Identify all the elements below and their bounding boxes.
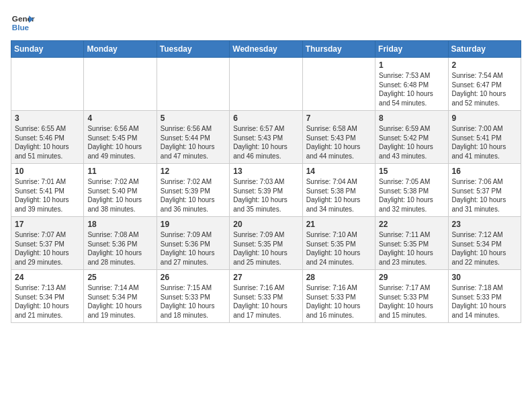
- calendar-cell: 15Sunrise: 7:05 AM Sunset: 5:38 PM Dayli…: [375, 164, 448, 217]
- day-number: 13: [233, 167, 298, 176]
- day-number: 27: [233, 273, 298, 282]
- day-info: Sunrise: 6:59 AM Sunset: 5:42 PM Dayligh…: [379, 124, 444, 161]
- calendar-cell: 11Sunrise: 7:02 AM Sunset: 5:40 PM Dayli…: [84, 164, 157, 217]
- day-info: Sunrise: 7:16 AM Sunset: 5:33 PM Dayligh…: [306, 283, 371, 320]
- calendar-cell: 23Sunrise: 7:12 AM Sunset: 5:34 PM Dayli…: [448, 217, 521, 270]
- logo: General Blue: [11, 11, 35, 35]
- calendar-cell: 18Sunrise: 7:08 AM Sunset: 5:36 PM Dayli…: [84, 217, 157, 270]
- day-number: 16: [452, 167, 517, 176]
- calendar-cell: [157, 58, 229, 111]
- calendar-cell: 30Sunrise: 7:18 AM Sunset: 5:33 PM Dayli…: [448, 270, 521, 323]
- day-number: 17: [15, 220, 80, 229]
- calendar-cell: [230, 58, 302, 111]
- day-info: Sunrise: 7:06 AM Sunset: 5:37 PM Dayligh…: [452, 177, 517, 214]
- day-info: Sunrise: 6:56 AM Sunset: 5:44 PM Dayligh…: [161, 124, 226, 161]
- day-info: Sunrise: 7:15 AM Sunset: 5:33 PM Dayligh…: [161, 283, 226, 320]
- day-number: 6: [233, 113, 298, 123]
- day-number: 2: [452, 60, 517, 70]
- day-info: Sunrise: 7:02 AM Sunset: 5:40 PM Dayligh…: [87, 177, 152, 214]
- day-info: Sunrise: 6:56 AM Sunset: 5:45 PM Dayligh…: [87, 124, 152, 161]
- calendar-cell: 29Sunrise: 7:17 AM Sunset: 5:33 PM Dayli…: [375, 270, 448, 323]
- calendar-cell: [302, 58, 375, 111]
- calendar-cell: 3Sunrise: 6:55 AM Sunset: 5:46 PM Daylig…: [11, 111, 84, 164]
- day-info: Sunrise: 7:11 AM Sunset: 5:35 PM Dayligh…: [379, 230, 444, 267]
- calendar-cell: 17Sunrise: 7:07 AM Sunset: 5:37 PM Dayli…: [11, 217, 84, 270]
- day-info: Sunrise: 7:00 AM Sunset: 5:41 PM Dayligh…: [452, 124, 517, 161]
- day-number: 12: [161, 167, 226, 176]
- page-header: General Blue: [11, 11, 521, 35]
- day-info: Sunrise: 7:07 AM Sunset: 5:37 PM Dayligh…: [15, 230, 80, 267]
- day-info: Sunrise: 7:18 AM Sunset: 5:33 PM Dayligh…: [452, 283, 517, 320]
- day-number: 29: [379, 273, 444, 282]
- calendar-body: 1Sunrise: 7:53 AM Sunset: 6:48 PM Daylig…: [11, 58, 521, 323]
- day-info: Sunrise: 7:53 AM Sunset: 6:48 PM Dayligh…: [379, 71, 444, 107]
- day-number: 24: [15, 273, 80, 282]
- day-number: 30: [452, 273, 517, 282]
- day-number: 15: [379, 167, 444, 176]
- calendar-cell: 13Sunrise: 7:03 AM Sunset: 5:39 PM Dayli…: [230, 164, 302, 217]
- day-number: 23: [452, 220, 517, 229]
- day-number: 5: [161, 113, 226, 123]
- day-number: 28: [306, 273, 371, 282]
- calendar-cell: 14Sunrise: 7:04 AM Sunset: 5:38 PM Dayli…: [302, 164, 375, 217]
- day-info: Sunrise: 7:13 AM Sunset: 5:34 PM Dayligh…: [15, 283, 80, 320]
- day-info: Sunrise: 7:17 AM Sunset: 5:33 PM Dayligh…: [379, 283, 444, 320]
- calendar-cell: 4Sunrise: 6:56 AM Sunset: 5:45 PM Daylig…: [84, 111, 157, 164]
- calendar-cell: [84, 58, 157, 111]
- day-info: Sunrise: 6:55 AM Sunset: 5:46 PM Dayligh…: [15, 124, 80, 161]
- day-info: Sunrise: 6:58 AM Sunset: 5:43 PM Dayligh…: [306, 124, 371, 161]
- logo-icon: General Blue: [11, 11, 35, 35]
- calendar-cell: 20Sunrise: 7:09 AM Sunset: 5:35 PM Dayli…: [230, 217, 302, 270]
- day-info: Sunrise: 7:10 AM Sunset: 5:35 PM Dayligh…: [306, 230, 371, 267]
- week-row-3: 10Sunrise: 7:01 AM Sunset: 5:41 PM Dayli…: [11, 164, 521, 217]
- calendar-cell: 1Sunrise: 7:53 AM Sunset: 6:48 PM Daylig…: [375, 58, 448, 111]
- day-number: 7: [306, 113, 371, 123]
- calendar-table: SundayMondayTuesdayWednesdayThursdayFrid…: [11, 40, 521, 323]
- calendar-cell: 22Sunrise: 7:11 AM Sunset: 5:35 PM Dayli…: [375, 217, 448, 270]
- svg-text:Blue: Blue: [12, 23, 30, 32]
- week-row-5: 24Sunrise: 7:13 AM Sunset: 5:34 PM Dayli…: [11, 270, 521, 323]
- calendar-cell: 21Sunrise: 7:10 AM Sunset: 5:35 PM Dayli…: [302, 217, 375, 270]
- day-number: 3: [15, 113, 80, 123]
- calendar-cell: 6Sunrise: 6:57 AM Sunset: 5:43 PM Daylig…: [230, 111, 302, 164]
- day-info: Sunrise: 7:16 AM Sunset: 5:33 PM Dayligh…: [233, 283, 298, 320]
- day-number: 8: [379, 113, 444, 123]
- calendar-cell: 24Sunrise: 7:13 AM Sunset: 5:34 PM Dayli…: [11, 270, 84, 323]
- calendar-cell: [11, 58, 84, 111]
- calendar-cell: 9Sunrise: 7:00 AM Sunset: 5:41 PM Daylig…: [448, 111, 521, 164]
- weekday-header-monday: Monday: [84, 41, 157, 58]
- weekday-header-tuesday: Tuesday: [157, 41, 229, 58]
- week-row-1: 1Sunrise: 7:53 AM Sunset: 6:48 PM Daylig…: [11, 58, 521, 111]
- day-number: 18: [87, 220, 152, 229]
- calendar-cell: 25Sunrise: 7:14 AM Sunset: 5:34 PM Dayli…: [84, 270, 157, 323]
- day-number: 25: [87, 273, 152, 282]
- calendar-cell: 10Sunrise: 7:01 AM Sunset: 5:41 PM Dayli…: [11, 164, 84, 217]
- calendar-cell: 27Sunrise: 7:16 AM Sunset: 5:33 PM Dayli…: [230, 270, 302, 323]
- day-info: Sunrise: 7:09 AM Sunset: 5:35 PM Dayligh…: [233, 230, 298, 267]
- day-info: Sunrise: 7:04 AM Sunset: 5:38 PM Dayligh…: [306, 177, 371, 214]
- day-number: 11: [87, 167, 152, 176]
- weekday-header-row: SundayMondayTuesdayWednesdayThursdayFrid…: [11, 41, 521, 58]
- weekday-header-sunday: Sunday: [11, 41, 84, 58]
- calendar-cell: 26Sunrise: 7:15 AM Sunset: 5:33 PM Dayli…: [157, 270, 229, 323]
- calendar-cell: 8Sunrise: 6:59 AM Sunset: 5:42 PM Daylig…: [375, 111, 448, 164]
- weekday-header-thursday: Thursday: [302, 41, 375, 58]
- day-number: 21: [306, 220, 371, 229]
- day-number: 1: [379, 60, 444, 70]
- calendar-cell: 12Sunrise: 7:02 AM Sunset: 5:39 PM Dayli…: [157, 164, 229, 217]
- week-row-4: 17Sunrise: 7:07 AM Sunset: 5:37 PM Dayli…: [11, 217, 521, 270]
- calendar-cell: 2Sunrise: 7:54 AM Sunset: 6:47 PM Daylig…: [448, 58, 521, 111]
- day-number: 26: [161, 273, 226, 282]
- day-number: 20: [233, 220, 298, 229]
- day-number: 19: [161, 220, 226, 229]
- weekday-header-saturday: Saturday: [448, 41, 521, 58]
- day-number: 22: [379, 220, 444, 229]
- week-row-2: 3Sunrise: 6:55 AM Sunset: 5:46 PM Daylig…: [11, 111, 521, 164]
- day-info: Sunrise: 7:08 AM Sunset: 5:36 PM Dayligh…: [87, 230, 152, 267]
- day-number: 14: [306, 167, 371, 176]
- day-number: 4: [87, 113, 152, 123]
- day-info: Sunrise: 7:03 AM Sunset: 5:39 PM Dayligh…: [233, 177, 298, 214]
- day-info: Sunrise: 6:57 AM Sunset: 5:43 PM Dayligh…: [233, 124, 298, 161]
- day-info: Sunrise: 7:54 AM Sunset: 6:47 PM Dayligh…: [452, 71, 517, 107]
- day-number: 10: [15, 167, 80, 176]
